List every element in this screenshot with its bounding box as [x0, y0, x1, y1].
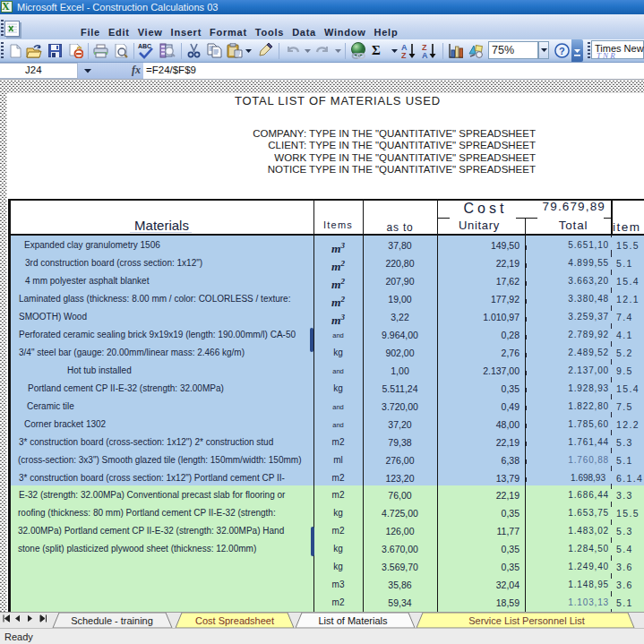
svg-text:Schedule - training: Schedule - training — [71, 615, 153, 626]
svg-text:A: A — [422, 51, 428, 59]
svg-text:Cost Spreadsheet: Cost Spreadsheet — [195, 615, 274, 626]
svg-text:List of Materials: List of Materials — [318, 615, 388, 626]
svg-text:Service List Personnel List: Service List Personnel List — [468, 615, 585, 626]
svg-text:?: ? — [559, 46, 565, 56]
svg-text:Z: Z — [401, 51, 407, 59]
